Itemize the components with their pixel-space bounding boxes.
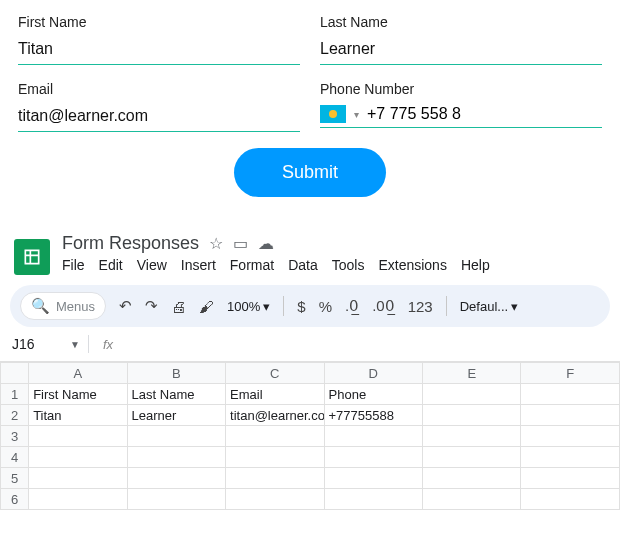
- cell[interactable]: [127, 468, 225, 489]
- phone-input[interactable]: +7 775 558 8: [367, 105, 461, 123]
- cell[interactable]: Phone: [324, 384, 422, 405]
- paint-format-icon[interactable]: 🖌: [199, 298, 214, 315]
- cell[interactable]: [521, 384, 620, 405]
- decrease-decimal-icon[interactable]: .0̲: [345, 297, 359, 315]
- cell[interactable]: Email: [226, 384, 324, 405]
- cell[interactable]: [29, 426, 127, 447]
- cell[interactable]: [324, 426, 422, 447]
- select-all-icon[interactable]: [1, 363, 29, 384]
- last-name-label: Last Name: [320, 14, 602, 30]
- font-selector[interactable]: Defaul...▾: [460, 299, 518, 314]
- cell[interactable]: [324, 489, 422, 510]
- divider: [446, 296, 447, 316]
- cell[interactable]: Learner: [127, 405, 225, 426]
- col-header-f[interactable]: F: [521, 363, 620, 384]
- star-icon[interactable]: ☆: [209, 234, 223, 253]
- cell[interactable]: [423, 489, 521, 510]
- cell[interactable]: [226, 468, 324, 489]
- redo-icon[interactable]: ↷: [145, 297, 158, 315]
- chevron-down-icon[interactable]: ▾: [354, 109, 359, 120]
- row-header[interactable]: 1: [1, 384, 29, 405]
- email-field: Email titan@learner.com: [18, 81, 300, 132]
- cell[interactable]: [226, 426, 324, 447]
- cell[interactable]: [423, 447, 521, 468]
- table-row: 1 First Name Last Name Email Phone: [1, 384, 620, 405]
- cell[interactable]: [29, 468, 127, 489]
- cell[interactable]: [423, 384, 521, 405]
- col-header-d[interactable]: D: [324, 363, 422, 384]
- menu-extensions[interactable]: Extensions: [378, 257, 446, 273]
- menu-tools[interactable]: Tools: [332, 257, 365, 273]
- row-header[interactable]: 2: [1, 405, 29, 426]
- chevron-down-icon[interactable]: ▼: [70, 339, 80, 350]
- cell[interactable]: [521, 468, 620, 489]
- currency-icon[interactable]: $: [297, 298, 305, 315]
- row-header[interactable]: 5: [1, 468, 29, 489]
- table-row: 2 Titan Learner titan@learner.com +77755…: [1, 405, 620, 426]
- col-header-a[interactable]: A: [29, 363, 127, 384]
- undo-icon[interactable]: ↶: [119, 297, 132, 315]
- cell[interactable]: [423, 426, 521, 447]
- menu-search-placeholder: Menus: [56, 299, 95, 314]
- name-box[interactable]: [12, 336, 62, 352]
- menu-search[interactable]: 🔍 Menus: [20, 292, 106, 320]
- more-formats-icon[interactable]: 123: [408, 298, 433, 315]
- search-icon: 🔍: [31, 297, 50, 315]
- cell[interactable]: [521, 426, 620, 447]
- cell[interactable]: [127, 426, 225, 447]
- menu-file[interactable]: File: [62, 257, 85, 273]
- row-header[interactable]: 3: [1, 426, 29, 447]
- zoom-selector[interactable]: 100%▾: [227, 299, 270, 314]
- email-input[interactable]: titan@learner.com: [18, 103, 300, 132]
- chevron-down-icon: ▾: [263, 299, 270, 314]
- col-header-e[interactable]: E: [423, 363, 521, 384]
- first-name-label: First Name: [18, 14, 300, 30]
- row-header[interactable]: 4: [1, 447, 29, 468]
- cell[interactable]: [423, 468, 521, 489]
- table-row: 4: [1, 447, 620, 468]
- cell[interactable]: Last Name: [127, 384, 225, 405]
- divider: [283, 296, 284, 316]
- flag-icon[interactable]: [320, 105, 346, 123]
- menu-format[interactable]: Format: [230, 257, 274, 273]
- cell[interactable]: [521, 405, 620, 426]
- last-name-field: Last Name Learner: [320, 14, 602, 65]
- cell[interactable]: [226, 489, 324, 510]
- cell[interactable]: [521, 447, 620, 468]
- cell[interactable]: [521, 489, 620, 510]
- table-row: 5: [1, 468, 620, 489]
- cloud-status-icon[interactable]: ☁: [258, 234, 274, 253]
- phone-field: Phone Number ▾ +7 775 558 8: [320, 81, 602, 132]
- divider: [88, 335, 89, 353]
- cell[interactable]: titan@learner.com: [226, 405, 324, 426]
- menu-insert[interactable]: Insert: [181, 257, 216, 273]
- col-header-c[interactable]: C: [226, 363, 324, 384]
- increase-decimal-icon[interactable]: .00̲: [372, 297, 395, 315]
- cell[interactable]: [324, 447, 422, 468]
- cell[interactable]: +77755588: [324, 405, 422, 426]
- cell[interactable]: [29, 447, 127, 468]
- cell[interactable]: [29, 489, 127, 510]
- column-header-row: A B C D E F: [1, 363, 620, 384]
- cell[interactable]: [423, 405, 521, 426]
- last-name-input[interactable]: Learner: [320, 36, 602, 65]
- cell[interactable]: [127, 447, 225, 468]
- cell[interactable]: [226, 447, 324, 468]
- print-icon[interactable]: 🖨: [171, 298, 186, 315]
- menu-data[interactable]: Data: [288, 257, 318, 273]
- row-header[interactable]: 6: [1, 489, 29, 510]
- cell[interactable]: [127, 489, 225, 510]
- percent-icon[interactable]: %: [319, 298, 332, 315]
- col-header-b[interactable]: B: [127, 363, 225, 384]
- spreadsheet-grid[interactable]: A B C D E F 1 First Name Last Name Email…: [0, 361, 620, 510]
- cell[interactable]: [324, 468, 422, 489]
- cell[interactable]: First Name: [29, 384, 127, 405]
- first-name-input[interactable]: Titan: [18, 36, 300, 65]
- move-icon[interactable]: ▭: [233, 234, 248, 253]
- submit-button[interactable]: Submit: [234, 148, 386, 197]
- menu-edit[interactable]: Edit: [99, 257, 123, 273]
- menu-view[interactable]: View: [137, 257, 167, 273]
- cell[interactable]: Titan: [29, 405, 127, 426]
- doc-title[interactable]: Form Responses: [62, 233, 199, 254]
- menu-help[interactable]: Help: [461, 257, 490, 273]
